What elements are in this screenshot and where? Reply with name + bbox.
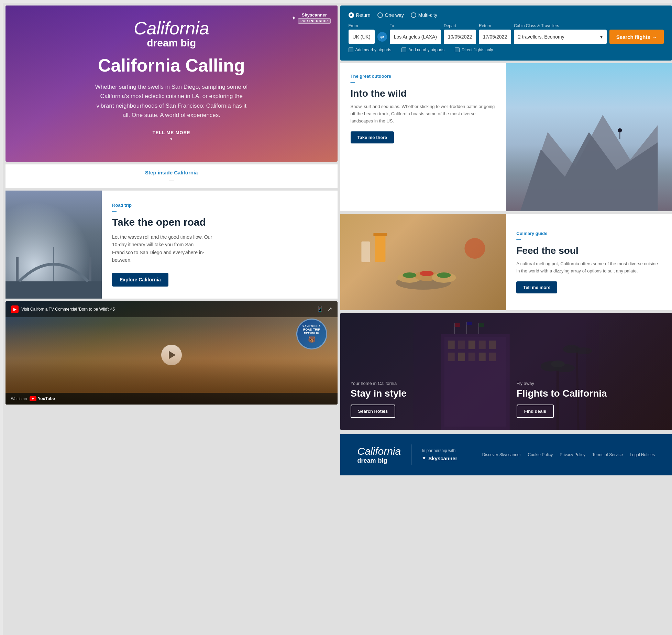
direct-flights-label: Direct flights only [462, 47, 493, 52]
one-way-label: One way [385, 12, 404, 18]
road-trip-content: Road trip Take the open road Let the wav… [102, 191, 225, 299]
footer-link-privacy[interactable]: Privacy Policy [560, 452, 585, 457]
radio-return[interactable]: Return [349, 12, 371, 18]
bridge-svg [5, 230, 102, 299]
return-radio-dot [350, 14, 352, 16]
footer-link-legal[interactable]: Legal Notices [630, 452, 655, 457]
hero-headline: California Calling [92, 56, 251, 75]
hero-content: California dream big California Calling … [92, 19, 251, 141]
search-hotels-button[interactable]: Search Hotels [351, 405, 396, 418]
road-trip-description: Let the waves roll and the good times fl… [112, 233, 215, 264]
footer-partner-brand: ✦ Skyscanner [422, 455, 457, 461]
footer-link-terms[interactable]: Terms of Service [592, 452, 623, 457]
multi-city-radio-circle [411, 12, 416, 18]
phone-icon[interactable]: 📱 [317, 306, 323, 312]
food-svg [340, 214, 506, 310]
share-icon[interactable]: ↗ [328, 306, 332, 312]
checkbox-row: Add nearby airports Add nearby airports … [349, 47, 664, 52]
dream-text: dream [147, 37, 178, 49]
return-label: Return [479, 23, 511, 28]
footer-links-area: Discover Skyscanner Cookie Policy Privac… [482, 452, 655, 457]
tell-me-more-cta[interactable]: TELL ME MORE [92, 130, 251, 141]
video-controls-area: 📱 ↗ [317, 306, 332, 312]
from-label: From [349, 23, 375, 28]
direct-flights-checkbox[interactable]: Direct flights only [455, 47, 493, 52]
hero-section: ✦ Skyscanner PARTNERSHIP California drea… [5, 6, 338, 162]
svg-marker-5 [520, 132, 658, 211]
return-date-group: Return 17/05/2022 [479, 23, 511, 44]
svg-rect-8 [375, 235, 385, 262]
multi-city-label: Multi-city [418, 12, 437, 18]
badge-road-trip: ROAD TRIP [303, 328, 320, 331]
search-flights-button[interactable]: Search flights → [609, 30, 664, 44]
radio-one-way[interactable]: One way [377, 12, 404, 18]
hero-description: Whether surfing the swells in San Diego,… [92, 82, 251, 120]
depart-input[interactable]: 10/05/2022 [444, 30, 476, 44]
stay-panel: Your home in California Stay in style Se… [340, 313, 506, 430]
wild-headline: Into the wild [351, 88, 496, 99]
video-title-area: ▶ Visit California TV Commercial 'Born t… [11, 305, 115, 313]
svg-rect-2 [16, 257, 19, 281]
svg-point-16 [420, 271, 433, 276]
svg-rect-3 [89, 257, 91, 281]
footer-link-cookie[interactable]: Cookie Policy [528, 452, 553, 457]
from-value: UK (UK) [353, 34, 371, 40]
mountain-svg [506, 63, 672, 211]
footer-section: California dream big In partnership with… [340, 434, 672, 475]
fly-headline: Flights to California [517, 388, 662, 399]
wild-description: Snow, surf and sequoias. Whether stickin… [351, 103, 496, 125]
return-label: Return [356, 12, 371, 18]
nearby-airports-to-checkbox[interactable]: Add nearby airports [401, 47, 444, 52]
from-input[interactable]: UK (UK) [349, 30, 375, 44]
svg-rect-10 [361, 241, 370, 262]
nearby-airports-to-label: Add nearby airports [408, 47, 444, 52]
swap-button[interactable]: ⇄ [377, 32, 387, 42]
flight-form-row: From UK (UK) ⇄ To Los Angeles (LAXA) Dep… [349, 23, 664, 44]
video-section: CALIFORNIA ROAD TRIP REPUBLIC 🐻 ▶ Visit … [5, 301, 338, 405]
svg-point-18 [464, 238, 485, 259]
food-culinary-grid: Culinary guide Feed the soul A cultural … [340, 214, 672, 310]
cabin-group: Cabin Class & Travellers 2 travellers, E… [514, 23, 607, 44]
wild-section-grid: The great outdoors Into the wild Snow, s… [340, 63, 672, 211]
nearby-airports-from-checkbox[interactable]: Add nearby airports [349, 47, 392, 52]
radio-multi-city[interactable]: Multi-city [411, 12, 437, 18]
left-column: ✦ Skyscanner PARTNERSHIP California drea… [5, 6, 338, 635]
skyscanner-icon: ✦ [291, 15, 296, 21]
skyscanner-badge-area: ✦ Skyscanner PARTNERSHIP [291, 12, 330, 24]
depart-label: Depart [444, 23, 476, 28]
step-inside-link[interactable]: Step inside California [5, 164, 338, 188]
to-input[interactable]: Los Angeles (LAXA) [390, 30, 441, 44]
take-me-there-button[interactable]: Take me there [351, 131, 394, 143]
road-trip-republic-badge: CALIFORNIA ROAD TRIP REPUBLIC 🐻 [296, 319, 327, 349]
find-deals-button[interactable]: Find deals [517, 405, 554, 418]
footer-california-logo: California [357, 445, 401, 457]
tell-me-more-button[interactable]: Tell me more [516, 281, 557, 293]
svg-rect-9 [373, 233, 387, 236]
to-group: To Los Angeles (LAXA) [390, 23, 441, 44]
culinary-description: A cultural melting pot, California offer… [516, 260, 662, 275]
video-title: Visit California TV Commercial 'Born to … [21, 307, 115, 312]
culinary-headline: Feed the soul [516, 245, 662, 256]
road-trip-image [5, 191, 102, 299]
return-input[interactable]: 17/05/2022 [479, 30, 511, 44]
video-play-area[interactable] [5, 317, 338, 393]
nearby-airports-from-label: Add nearby airports [355, 47, 392, 52]
svg-rect-0 [5, 281, 102, 299]
stay-sub-label: Your home in California [351, 381, 496, 386]
cabin-input[interactable]: 2 travellers, Economy ▾ [514, 30, 607, 44]
fly-sub-label: Fly away [517, 381, 662, 386]
skyscanner-label: Skyscanner [298, 12, 330, 18]
video-bottom-bar: Watch on ▶ YouTube [5, 393, 338, 405]
culinary-text-panel: Culinary guide Feed the soul A cultural … [506, 214, 672, 310]
fly-panel: Fly away Flights to California Find deal… [506, 313, 672, 430]
to-value: Los Angeles (LAXA) [394, 34, 437, 40]
wild-category: The great outdoors [351, 74, 496, 85]
depart-group: Depart 10/05/2022 [444, 23, 476, 44]
culinary-category: Culinary guide [516, 231, 662, 242]
footer-link-discover[interactable]: Discover Skyscanner [482, 452, 521, 457]
depart-value: 10/05/2022 [448, 34, 472, 40]
from-group: From UK (UK) [349, 23, 375, 44]
road-trip-section: Road trip Take the open road Let the wav… [5, 191, 338, 299]
explore-california-button[interactable]: Explore California [112, 273, 168, 287]
road-trip-headline: Take the open road [112, 216, 215, 228]
